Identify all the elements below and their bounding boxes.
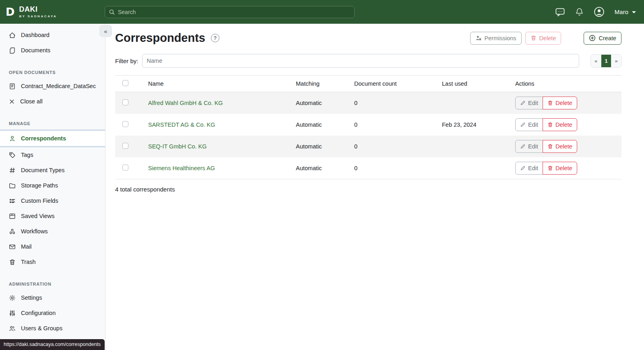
delete-label: Delete — [555, 121, 572, 128]
select-all-checkbox[interactable] — [122, 80, 128, 86]
row-checkbox[interactable] — [122, 121, 128, 127]
sidebar-item-mail[interactable]: Mail — [0, 239, 105, 254]
sidebar-item-configuration[interactable]: Configuration — [0, 305, 105, 321]
pagination-page-1[interactable]: 1 — [601, 55, 611, 67]
trash-icon — [547, 100, 553, 106]
correspondents-table: Name Matching Document count Last used A… — [115, 75, 621, 179]
folder-icon — [9, 182, 16, 189]
correspondent-name-link[interactable]: SEQ-IT GmbH Co. KG — [148, 143, 207, 150]
notifications-button[interactable] — [575, 7, 584, 16]
sidebar-item-label: Configuration — [21, 310, 56, 316]
bulk-delete-label: Delete — [539, 35, 556, 41]
edit-label: Edit — [528, 165, 538, 171]
edit-button[interactable]: Edit — [515, 162, 543, 175]
permissions-button[interactable]: Permissions — [470, 32, 522, 45]
sidebar-item-documents[interactable]: Documents — [0, 43, 105, 58]
app-subtitle: BY SADNACAYA — [19, 14, 57, 18]
global-search — [105, 6, 355, 18]
close-icon — [9, 99, 15, 105]
delete-button[interactable]: Delete — [543, 97, 577, 109]
table-row: Alfred Wahl GmbH & Co. KG Automatic 0 Ed… — [115, 92, 621, 114]
user-menu[interactable]: Maro — [615, 8, 636, 15]
file-text-icon — [9, 83, 16, 90]
sidebar-collapse-button[interactable]: « — [99, 25, 112, 37]
column-header-name: Name — [148, 80, 296, 87]
bell-icon — [575, 7, 584, 16]
logo-icon: D — [6, 6, 14, 17]
pagination: « 1 » — [590, 54, 621, 68]
sidebar-item-label: Dashboard — [21, 32, 50, 38]
chat-icon — [555, 7, 565, 17]
documents-icon — [9, 47, 16, 54]
delete-button[interactable]: Delete — [543, 140, 577, 153]
permissions-label: Permissions — [485, 35, 516, 41]
account-button[interactable] — [594, 6, 605, 17]
trash-icon — [547, 122, 553, 128]
edit-label: Edit — [528, 121, 538, 128]
pagination-next[interactable]: » — [611, 55, 621, 67]
matching-value: Automatic — [296, 100, 354, 106]
delete-button[interactable]: Delete — [543, 118, 577, 131]
matching-value: Automatic — [296, 143, 354, 150]
edit-button[interactable]: Edit — [515, 97, 543, 109]
sidebar-item-close-all[interactable]: Close all — [0, 94, 105, 109]
sidebar-item-users-groups[interactable]: Users & Groups — [0, 321, 105, 336]
last-used-value: Feb 23, 2024 — [442, 121, 515, 128]
row-checkbox[interactable] — [122, 165, 128, 171]
table-header-row: Name Matching Document count Last used A… — [115, 76, 621, 92]
sidebar-item-label: Document Types — [21, 167, 65, 173]
correspondent-name-link[interactable]: SARSTEDT AG & Co. KG — [148, 121, 215, 128]
column-header-document-count: Document count — [354, 80, 442, 87]
chevron-double-left-icon: « — [104, 28, 107, 34]
help-icon: ? — [214, 35, 217, 41]
trash-icon — [530, 35, 537, 41]
correspondent-name-link[interactable]: Siemens Healthineers AG — [148, 165, 215, 171]
sidebar-item-document-types[interactable]: Document Types — [0, 163, 105, 178]
sidebar-item-label: Documents — [21, 47, 50, 54]
sidebar-item-saved-views[interactable]: Saved Views — [0, 208, 105, 224]
plus-circle-icon — [589, 35, 596, 41]
sidebar-item-label: Close all — [20, 98, 43, 105]
sidebar-item-dashboard[interactable]: Dashboard — [0, 27, 105, 43]
sidebar-item-workflows[interactable]: Workflows — [0, 224, 105, 239]
edit-button[interactable]: Edit — [515, 118, 543, 131]
document-count-value: 0 — [354, 165, 442, 171]
edit-button[interactable]: Edit — [515, 140, 543, 153]
trash-icon — [547, 144, 553, 149]
app-logo[interactable]: D DAKI BY SADNACAYA — [6, 6, 105, 18]
create-button[interactable]: Create — [584, 32, 621, 45]
document-count-value: 0 — [354, 100, 442, 106]
sidebar-item-open-document[interactable]: Contract_Medicare_DataSec — [0, 78, 105, 94]
sliders-icon — [9, 310, 16, 317]
sidebar-item-label: Tags — [21, 152, 33, 158]
sidebar-item-label: Users & Groups — [21, 325, 62, 331]
sidebar-item-tags[interactable]: Tags — [0, 147, 105, 163]
sidebar-item-trash[interactable]: Trash — [0, 254, 105, 270]
correspondent-name-link[interactable]: Alfred Wahl GmbH & Co. KG — [148, 100, 223, 106]
filter-name-input[interactable] — [142, 54, 579, 68]
pagination-prev[interactable]: « — [591, 55, 601, 67]
sidebar-item-correspondents[interactable]: Correspondents — [0, 130, 105, 147]
row-checkbox[interactable] — [122, 143, 128, 149]
create-label: Create — [599, 35, 616, 41]
caret-down-icon — [632, 11, 636, 13]
row-checkbox[interactable] — [122, 99, 128, 105]
home-icon — [9, 32, 16, 39]
sidebar-item-storage-paths[interactable]: Storage Paths — [0, 178, 105, 193]
table-row: SEQ-IT GmbH Co. KG Automatic 0 Edit Dele… — [115, 136, 621, 157]
bulk-delete-button[interactable]: Delete — [525, 32, 561, 45]
avatar-icon — [594, 6, 605, 17]
chat-button[interactable] — [555, 7, 565, 17]
edit-label: Edit — [528, 100, 538, 106]
page-title: Correspondents — [115, 31, 205, 45]
sidebar-item-custom-fields[interactable]: Custom Fields — [0, 193, 105, 208]
sidebar-item-settings[interactable]: Settings — [0, 290, 105, 305]
users-icon — [9, 325, 16, 332]
sidebar-item-label: Contract_Medicare_DataSec — [21, 83, 96, 89]
status-url: https://daki.sadnacaya.com/correspondent… — [0, 339, 105, 350]
person-icon — [9, 135, 16, 142]
search-input[interactable] — [105, 6, 355, 18]
help-button[interactable]: ? — [211, 34, 219, 42]
delete-button[interactable]: Delete — [543, 162, 577, 175]
search-icon — [109, 9, 115, 15]
